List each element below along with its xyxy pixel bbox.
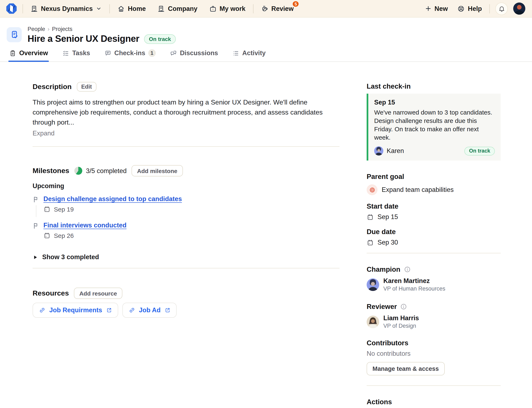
- milestone-link[interactable]: Design challenge assigned to top candida…: [43, 195, 182, 202]
- checkin-author[interactable]: Karen: [387, 147, 404, 155]
- divider: [33, 146, 339, 147]
- milestone-link[interactable]: Final interviews conducted: [43, 221, 127, 229]
- external-link-icon: [164, 307, 170, 313]
- avatar: [374, 146, 383, 155]
- description-text: This project aims to strengthen our prod…: [33, 97, 333, 128]
- parent-goal-label: Expand team capabilities: [382, 186, 454, 194]
- add-milestone-button[interactable]: Add milestone: [131, 165, 183, 176]
- link-icon: [39, 307, 46, 314]
- help-button[interactable]: Help: [455, 3, 484, 14]
- reviewer-name: Liam Harris: [383, 314, 419, 322]
- checkin-text: We've narrowed down to 3 top candidates.…: [374, 108, 495, 142]
- resource-link-job-requirments[interactable]: Job Requirments: [33, 303, 118, 318]
- org-switcher[interactable]: Nexus Dynamics: [28, 3, 104, 14]
- nav-my-work[interactable]: My work: [207, 3, 248, 14]
- chat-bubble-icon: [104, 50, 112, 57]
- chat-bubbles-icon: [170, 50, 177, 57]
- breadcrumb-people[interactable]: People: [28, 26, 45, 32]
- app-logo-icon: [6, 3, 17, 14]
- life-ring-icon: [458, 5, 465, 12]
- nav-review[interactable]: Review 5: [259, 3, 296, 14]
- champion-role: VP of Human Resources: [383, 285, 445, 292]
- user-avatar[interactable]: [513, 2, 525, 15]
- nav-company[interactable]: Company: [155, 3, 199, 14]
- checkin-status-badge: On track: [465, 146, 495, 155]
- tab-overview-label: Overview: [19, 49, 48, 57]
- milestones-heading: Milestones: [33, 167, 69, 175]
- plus-icon: [425, 5, 432, 12]
- chevron-down-icon: [96, 5, 102, 12]
- flag-icon: [33, 222, 43, 230]
- calendar-icon: [43, 232, 50, 239]
- primary-nav: Home Company My work: [115, 3, 247, 14]
- manage-team-access-button[interactable]: Manage team & access: [367, 362, 445, 375]
- main-column: Description Edit This project aims to st…: [33, 62, 339, 408]
- project-icon: [7, 27, 22, 42]
- nav-review-label: Review: [271, 5, 294, 12]
- check-ins-count-badge: 1: [148, 49, 156, 57]
- bell-icon: [498, 5, 505, 12]
- resource-label: Job Requirments: [49, 306, 102, 314]
- divider: [109, 4, 110, 13]
- page-header: People › Projects Hire a Senior UX Desig…: [0, 17, 532, 44]
- new-button[interactable]: New: [422, 3, 450, 14]
- calendar-icon: [367, 239, 374, 246]
- notifications-button[interactable]: [495, 2, 508, 15]
- divider: [33, 268, 339, 268]
- edit-description-button[interactable]: Edit: [77, 82, 97, 92]
- milestone-date: Sep 26: [54, 232, 74, 239]
- checkin-date: Sep 15: [374, 99, 495, 106]
- org-name: Nexus Dynamics: [41, 5, 93, 12]
- tab-tasks-label: Tasks: [72, 49, 90, 57]
- nav-company-label: Company: [168, 5, 197, 12]
- start-date-heading: Start date: [367, 202, 398, 210]
- tab-tasks[interactable]: Tasks: [61, 49, 91, 61]
- add-resource-button[interactable]: Add resource: [74, 288, 123, 299]
- reviewer-heading: Reviewer: [367, 302, 397, 311]
- milestone-progress-pie-icon: [74, 167, 82, 175]
- show-completed-toggle[interactable]: Show 3 completed: [33, 253, 99, 261]
- nav-home[interactable]: Home: [115, 3, 148, 14]
- nav-home-label: Home: [128, 5, 146, 12]
- due-date-value: Sep 30: [377, 239, 398, 246]
- divider: [489, 4, 490, 13]
- milestone-item: Final interviews conducted Sep 26: [33, 221, 339, 239]
- show-completed-label: Show 3 completed: [42, 253, 99, 261]
- champion-person[interactable]: Karen Martinez VP of Human Resources: [367, 277, 501, 292]
- building-icon: [31, 5, 38, 12]
- resource-label: Job Ad: [139, 306, 161, 314]
- parent-goal-item[interactable]: Expand team capabilities: [367, 184, 501, 195]
- upcoming-label: Upcoming: [33, 182, 339, 190]
- divider: [253, 4, 254, 13]
- clipboard-icon: [9, 50, 16, 57]
- breadcrumb-separator: ›: [48, 26, 49, 32]
- sidebar: Last check-in Sep 15 We've narrowed down…: [367, 62, 501, 408]
- avatar: [367, 316, 379, 328]
- triangle-right-icon: [33, 254, 38, 260]
- parent-goal-heading: Parent goal: [367, 172, 404, 181]
- milestone-guide-line: [36, 205, 36, 217]
- tab-activity[interactable]: Activity: [231, 49, 266, 61]
- reviewer-person[interactable]: Liam Harris VP of Design: [367, 314, 501, 329]
- reviewer-role: VP of Design: [383, 322, 419, 329]
- app: Nexus Dynamics Home: [0, 0, 532, 408]
- info-icon[interactable]: [404, 266, 411, 273]
- tab-discussions[interactable]: Discussions: [169, 49, 219, 61]
- resource-link-job-ad[interactable]: Job Ad: [122, 303, 176, 318]
- coffee-cup-icon: [261, 5, 269, 12]
- expand-link[interactable]: Expand: [33, 130, 55, 137]
- last-checkin-heading: Last check-in: [367, 82, 501, 90]
- external-link-icon: [106, 307, 112, 313]
- checklist-icon: [62, 50, 69, 57]
- tab-check-ins-label: Check-ins: [115, 49, 145, 57]
- tab-check-ins[interactable]: Check-ins 1: [104, 49, 157, 61]
- actions-heading: Actions: [367, 398, 392, 406]
- calendar-icon: [367, 213, 374, 221]
- tab-overview[interactable]: Overview: [8, 49, 49, 61]
- description-heading: Description: [33, 83, 72, 91]
- last-checkin-card: Sep 15 We've narrowed down to 3 top cand…: [367, 94, 501, 161]
- calendar-icon: [43, 206, 50, 213]
- divider: [367, 253, 501, 253]
- breadcrumb-projects[interactable]: Projects: [52, 26, 73, 32]
- info-icon[interactable]: [400, 303, 407, 310]
